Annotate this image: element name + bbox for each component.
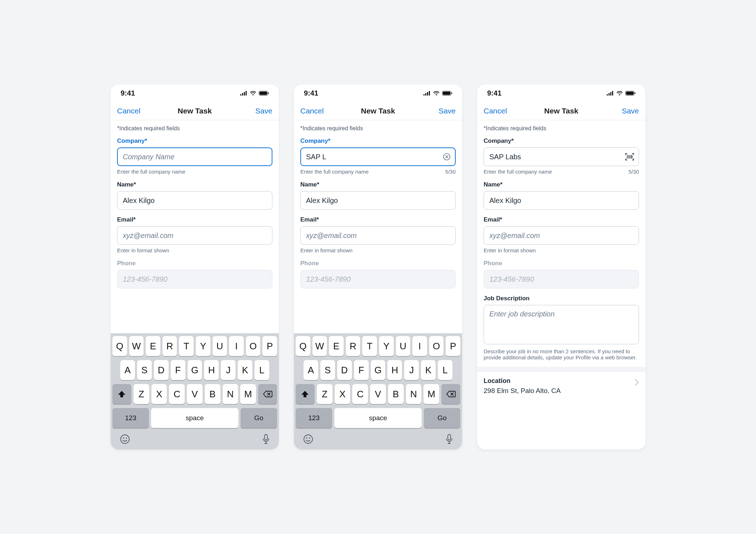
go-key[interactable]: Go [241,408,277,428]
key-m[interactable]: M [423,384,439,404]
svg-rect-0 [240,94,241,96]
key-f[interactable]: F [354,360,369,380]
save-button[interactable]: Save [610,107,639,115]
key-t[interactable]: T [362,336,377,356]
key-b[interactable]: B [388,384,404,404]
cancel-button[interactable]: Cancel [117,107,146,115]
backspace-icon [446,390,456,398]
save-button[interactable]: Save [244,107,272,115]
emoji-icon[interactable] [120,434,130,445]
go-key[interactable]: Go [424,408,460,428]
key-x[interactable]: X [335,384,350,404]
key-g[interactable]: G [371,360,386,380]
key-s[interactable]: S [137,360,152,380]
location-cell[interactable]: Location 298 Elm St, Palo Alto, CA [477,371,645,403]
space-key[interactable]: space [334,408,422,428]
backspace-key[interactable] [441,384,460,404]
save-button[interactable]: Save [427,107,456,115]
key-f[interactable]: F [171,360,185,380]
key-o[interactable]: O [246,336,261,356]
key-d[interactable]: D [154,360,169,380]
clear-input-button[interactable] [443,153,451,161]
name-input[interactable] [300,191,456,210]
shift-key[interactable] [296,384,315,404]
key-a[interactable]: A [304,360,318,380]
status-time: 9:41 [304,89,318,97]
key-s[interactable]: S [320,360,335,380]
signal-icon [423,91,431,96]
company-input[interactable] [484,147,639,166]
key-x[interactable]: X [151,384,167,404]
cancel-button[interactable]: Cancel [300,107,329,115]
svg-point-21 [309,437,310,438]
key-p[interactable]: P [446,336,460,356]
space-key[interactable]: space [151,408,238,428]
key-p[interactable]: P [262,336,277,356]
key-b[interactable]: B [205,384,220,404]
svg-rect-1 [242,93,243,96]
key-r[interactable]: R [346,336,360,356]
key-y[interactable]: Y [196,336,210,356]
svg-rect-13 [427,92,428,96]
email-field: Email* Enter in format shown [300,216,456,253]
backspace-key[interactable] [258,384,277,404]
cancel-button[interactable]: Cancel [484,107,512,115]
keyboard-row-1: Q W E R T Y U I O P [296,336,460,356]
key-y[interactable]: Y [379,336,394,356]
company-input[interactable] [300,147,456,166]
mic-icon[interactable] [445,434,453,445]
key-l[interactable]: L [255,360,269,380]
key-n[interactable]: N [406,384,422,404]
key-j[interactable]: J [221,360,236,380]
key-w[interactable]: W [129,336,144,356]
key-e[interactable]: E [329,336,344,356]
numbers-key[interactable]: 123 [296,408,332,428]
key-k[interactable]: K [238,360,252,380]
email-input[interactable] [484,226,639,245]
key-i[interactable]: I [412,336,427,356]
key-t[interactable]: T [179,336,194,356]
company-input[interactable] [117,147,272,166]
key-j[interactable]: J [404,360,419,380]
key-a[interactable]: A [120,360,135,380]
key-l[interactable]: L [438,360,452,380]
name-label: Name* [484,181,639,188]
numbers-key[interactable]: 123 [112,408,149,428]
nav-title: New Task [329,107,427,115]
shift-icon [118,390,126,398]
key-e[interactable]: E [146,336,160,356]
email-input[interactable] [300,226,456,245]
key-m[interactable]: M [240,384,256,404]
name-input[interactable] [117,191,272,210]
form-content: *Indicates required fields Company* Ente… [111,120,279,333]
key-z[interactable]: Z [317,384,333,404]
key-h[interactable]: H [204,360,219,380]
key-q[interactable]: Q [296,336,310,356]
shift-key[interactable] [112,384,131,404]
key-o[interactable]: O [429,336,444,356]
emoji-icon[interactable] [303,434,314,445]
key-k[interactable]: K [421,360,436,380]
mic-icon[interactable] [262,434,270,445]
key-w[interactable]: W [312,336,327,356]
key-g[interactable]: G [188,360,202,380]
key-r[interactable]: R [163,336,177,356]
key-i[interactable]: I [229,336,244,356]
job-description-input[interactable] [484,305,639,344]
email-input[interactable] [117,226,272,245]
key-z[interactable]: Z [134,384,149,404]
key-v[interactable]: V [187,384,203,404]
status-bar: 9:41 [477,84,645,102]
key-n[interactable]: N [223,384,238,404]
key-q[interactable]: Q [112,336,127,356]
key-h[interactable]: H [387,360,402,380]
key-u[interactable]: U [213,336,227,356]
key-u[interactable]: U [396,336,411,356]
key-d[interactable]: D [337,360,352,380]
svg-point-20 [306,437,307,438]
key-c[interactable]: C [169,384,185,404]
barcode-scan-button[interactable] [625,153,634,160]
key-v[interactable]: V [370,384,386,404]
key-c[interactable]: C [352,384,368,404]
name-input[interactable] [484,191,639,210]
